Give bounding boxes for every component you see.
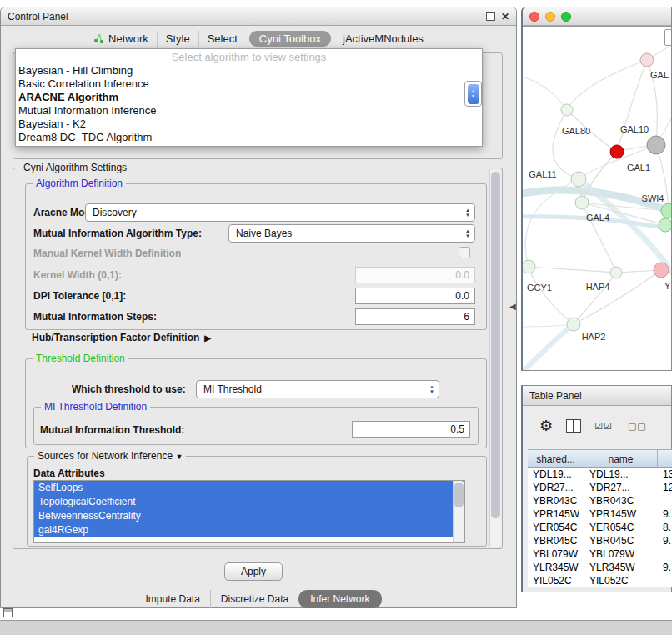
node-label: GCY1	[527, 282, 552, 292]
float-window-icon[interactable]	[486, 12, 495, 21]
settings-scrollbar[interactable]	[489, 170, 501, 547]
dpi-tolerance-field[interactable]: 0.0	[355, 288, 475, 304]
aracne-mode-combo[interactable]: Discovery ▲▼	[85, 203, 475, 222]
tab-label: jActiveMNodules	[343, 32, 424, 45]
node-label: GAL	[650, 70, 669, 80]
sources-group-title[interactable]: Sources for Network Inference ▼	[34, 450, 186, 462]
menu-item[interactable]: Mutual Information Inference	[16, 104, 482, 118]
close-icon[interactable]: ✕	[501, 12, 509, 22]
node-hap4-pink[interactable]	[654, 262, 669, 278]
tab-discretize-data[interactable]: Discretize Data	[210, 590, 298, 608]
node-gray[interactable]	[647, 136, 665, 154]
list-item[interactable]: TopologicalCoefficient	[34, 495, 464, 509]
cell: YLR345W	[584, 561, 658, 574]
tab-jactivemnodules[interactable]: jActiveMNodules	[334, 31, 432, 47]
settings-scrollbar-thumb[interactable]	[491, 172, 500, 518]
tab-cyni-toolbox[interactable]: Cyni Toolbox	[249, 31, 331, 47]
cell: YDR27...	[528, 481, 584, 494]
mi-steps-field[interactable]: 6	[355, 308, 475, 325]
menu-item[interactable]: Dream8 DC_TDC Algorithm	[16, 131, 482, 144]
data-attributes-list[interactable]: SelfLoops TopologicalCoefficient Between…	[33, 480, 465, 543]
which-threshold-combo[interactable]: MI Threshold ▲▼	[196, 380, 439, 398]
column-header[interactable]: shared...	[528, 449, 584, 468]
node-gal4[interactable]	[575, 196, 589, 209]
sources-title-text: Sources for Network Inference	[38, 450, 173, 462]
zoom-button[interactable]	[561, 12, 571, 22]
select-all-checkboxes-icon[interactable]: ☑☑	[594, 421, 613, 432]
attributes-scrollbar[interactable]	[453, 481, 464, 542]
node-pink-top[interactable]	[640, 53, 654, 67]
tab-infer-network[interactable]: Infer Network	[298, 590, 381, 608]
table-row[interactable]: YBL079W YBL079W	[528, 548, 672, 561]
apply-button[interactable]: Apply	[224, 562, 283, 581]
manual-kernel-checkbox[interactable]	[459, 247, 470, 258]
table-row[interactable]: YPR145W YPR145W 9.	[528, 508, 672, 521]
menu-item[interactable]: Bayesian - Hill Climbing	[16, 64, 482, 78]
menu-item[interactable]: Bayesian - K2	[16, 118, 482, 131]
table-row[interactable]: YBR045C YBR045C 9.	[528, 534, 672, 548]
mi-type-label: Mutual Information Algorithm Type:	[33, 227, 202, 240]
node-label: HAP2	[582, 332, 606, 342]
which-threshold-value: MI Threshold	[203, 383, 262, 395]
cell: YLR345W	[528, 561, 584, 574]
cell: YER054C	[584, 521, 658, 534]
attributes-scrollbar-thumb[interactable]	[454, 482, 464, 508]
cell: 12	[658, 481, 672, 494]
table-row[interactable]: YDL19... YDL19... 13	[528, 468, 672, 481]
hub-definition-expander[interactable]: Hub/Transcription Factor Definition ▶	[32, 332, 211, 343]
list-item[interactable]: BetweennessCentrality	[34, 509, 464, 523]
minimize-button[interactable]	[545, 12, 555, 22]
node-label: GAL4	[586, 212, 609, 222]
table-row[interactable]: YBR043C YBR043C	[528, 494, 672, 508]
menu-item[interactable]: Basic Correlation Inference	[16, 78, 482, 91]
split-divider-arrow-icon[interactable]: ◀	[509, 302, 516, 311]
table-panel-titlebar[interactable]: Table Panel	[523, 386, 671, 406]
table-panel-window: Table Panel ⚙ ☑☑ ▢▢ shared... name YDL19…	[521, 385, 672, 592]
mi-threshold-field[interactable]: 0.5	[352, 421, 470, 438]
network-toolbar-fragment[interactable]	[664, 29, 671, 46]
node-gcy1[interactable]	[523, 260, 535, 273]
node-mid[interactable]	[610, 267, 622, 278]
node-green-right[interactable]	[659, 218, 671, 232]
node-hap2[interactable]	[567, 318, 580, 331]
list-item[interactable]: gal4RGexp	[34, 523, 464, 538]
tab-network[interactable]: Network	[85, 31, 157, 47]
table-row[interactable]: YIL052C YIL052C	[528, 574, 672, 588]
cell: YIL052C	[528, 574, 584, 588]
network-edges	[523, 43, 671, 370]
close-button[interactable]	[529, 12, 539, 22]
cell: YBL079W	[528, 548, 584, 561]
algorithm-definition-title: Algorithm Definition	[33, 178, 126, 189]
node-gal80[interactable]	[561, 104, 573, 116]
table-row[interactable]: YER054C YER054C 8.	[528, 521, 672, 534]
list-item[interactable]: SelfLoops	[34, 481, 464, 495]
algorithm-combo-stepper[interactable]: ▲▼	[464, 81, 482, 107]
cell: YBR045C	[584, 534, 658, 548]
tab-impute-data[interactable]: Impute Data	[135, 590, 209, 608]
column-header[interactable]: name	[584, 449, 658, 468]
node-gal11[interactable]	[571, 172, 586, 187]
network-window-titlebar[interactable]	[523, 8, 671, 26]
gear-icon[interactable]: ⚙	[539, 417, 553, 435]
network-canvas[interactable]: GAL GAL80 GAL10 GAL11 GAL1 SWI4 GAL4 GCY…	[523, 26, 671, 370]
tab-style[interactable]: Style	[157, 31, 198, 47]
settings-group-title: Cyni Algorithm Settings	[20, 162, 130, 173]
mi-threshold-group-title: MI Threshold Definition	[41, 401, 150, 412]
docked-window-icon[interactable]	[3, 608, 13, 618]
node-table: shared... name YDL19... YDL19... 13 YDR2…	[528, 449, 672, 588]
cell: YIL052C	[584, 574, 658, 588]
node-gal10-red[interactable]	[610, 145, 624, 158]
mi-type-combo[interactable]: Naive Bayes ▲▼	[228, 224, 475, 242]
table-row[interactable]: YLR345W YLR345W 9.	[528, 561, 672, 574]
algorithm-placeholder: Select algorithm to view settings	[16, 51, 482, 64]
deselect-checkboxes-icon[interactable]: ▢▢	[628, 421, 647, 432]
menu-item-selected[interactable]: ARACNE Algorithm	[16, 91, 482, 104]
tab-select[interactable]: Select	[198, 31, 246, 47]
tab-label: Select	[208, 32, 238, 45]
mi-steps-label: Mutual Information Steps:	[33, 310, 157, 323]
table-row[interactable]: YDR27... YDR27... 12	[528, 481, 672, 494]
control-panel-titlebar[interactable]: Control Panel ✕	[1, 8, 516, 26]
column-header[interactable]	[658, 449, 672, 468]
columns-icon[interactable]	[566, 419, 581, 432]
kernel-width-field[interactable]: 0.0	[355, 267, 475, 283]
